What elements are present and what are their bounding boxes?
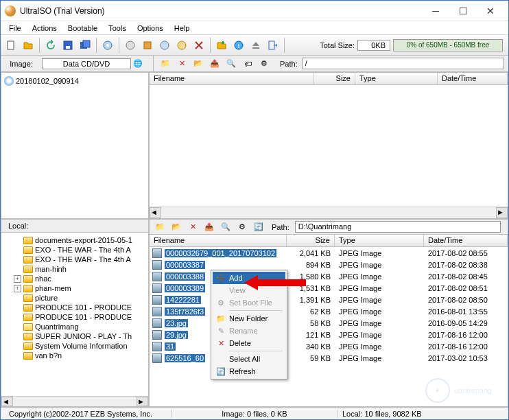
total-size-label: Total Size:: [320, 41, 355, 49]
file-row[interactable]: 135f7826f362 KBJPEG Image2016-08-01 13:5…: [150, 305, 508, 317]
col-filename[interactable]: Filename: [150, 73, 314, 84]
image-root-label: 20180102_090914: [16, 77, 79, 85]
refresh-icon[interactable]: 🔄: [251, 220, 266, 235]
status-copyright: Copyright (c)2002-2017 EZB Systems, Inc.: [5, 410, 171, 418]
col-size[interactable]: Size: [287, 235, 335, 246]
delete-icon: ✕: [215, 338, 226, 349]
file-size: 58 KB: [287, 319, 335, 327]
menu-options[interactable]: Options: [132, 23, 169, 34]
file-row[interactable]: 23.jpg58 KBJPEG Image2016-09-05 14:29: [150, 317, 508, 329]
up-icon[interactable]: 📁: [152, 220, 167, 235]
newfolder-icon[interactable]: 📁: [158, 56, 173, 71]
compress-icon[interactable]: [140, 38, 155, 53]
prop-icon[interactable]: 🔍: [224, 56, 239, 71]
file-name: 31: [165, 342, 176, 351]
tree-item[interactable]: PRODUCE 101 - PRODUCE: [4, 312, 145, 322]
jpeg-icon: [152, 307, 162, 316]
convert-icon[interactable]: [174, 38, 189, 53]
add-icon[interactable]: 📂: [191, 56, 206, 71]
menubar: File Actions Bootable Tools Options Help: [1, 21, 508, 35]
file-size: 121 KB: [287, 331, 335, 339]
file-row[interactable]: 0000033881,580 KBJPEG Image2017-08-02 08…: [150, 270, 508, 282]
file-date: 2017-08-02 08:50: [424, 296, 508, 304]
minimize-button[interactable]: ─: [422, 1, 449, 21]
menu-help[interactable]: Help: [169, 23, 196, 34]
ctx-selectall[interactable]: Select All: [213, 353, 285, 365]
bot-path-input[interactable]: D:\Quantrimang: [295, 221, 501, 233]
col-size[interactable]: Size: [314, 73, 355, 84]
saveas-icon[interactable]: [78, 38, 93, 53]
file-row[interactable]: 625516_6059 KBJPEG Image2017-03-02 10:53: [150, 352, 508, 364]
extract-icon[interactable]: 📤: [207, 56, 222, 71]
col-filename[interactable]: Filename: [150, 235, 287, 246]
local-tree[interactable]: documents-export-2015-05-1EXO - THE WAR …: [1, 233, 148, 396]
tree-item[interactable]: documents-export-2015-05-1: [4, 235, 145, 245]
tree-item[interactable]: Quantrimang: [4, 322, 145, 331]
tree-item[interactable]: System Volume Information: [4, 341, 145, 351]
gear-icon[interactable]: ⚙: [257, 56, 272, 71]
exit-icon[interactable]: [265, 38, 281, 53]
file-row[interactable]: 000003387894 KBJPEG Image2017-08-02 08:3…: [150, 259, 508, 270]
menu-actions[interactable]: Actions: [27, 23, 62, 34]
menu-bootable[interactable]: Bootable: [62, 23, 103, 34]
delete-icon[interactable]: ✕: [174, 56, 189, 71]
new-icon[interactable]: [3, 38, 19, 53]
addfiles-icon[interactable]: [214, 38, 229, 53]
total-size: Total Size: 0KB 0% of 650MB - 650MB free: [320, 39, 506, 51]
file-row[interactable]: 142222811,391 KBJPEG Image2017-08-02 08:…: [150, 294, 508, 305]
eject-icon[interactable]: [248, 38, 263, 53]
col-date[interactable]: Date/Time: [424, 235, 508, 246]
file-type: JPEG Image: [335, 249, 424, 257]
tree-item[interactable]: +phan-mem: [4, 283, 145, 293]
image-type[interactable]: Data CD/DVD: [42, 58, 131, 69]
label-icon[interactable]: 🏷: [240, 56, 255, 71]
jpeg-icon: [152, 260, 162, 270]
tree-item[interactable]: EXO - THE WAR - The 4th A: [4, 245, 145, 255]
file-row[interactable]: 29.jpg121 KBJPEG Image2017-08-16 12:00: [150, 329, 508, 340]
tree-item[interactable]: PRODUCE 101 - PRODUCE: [4, 303, 145, 312]
tree-item-label: SUPER JUNIOR - PLAY - Th: [35, 332, 132, 340]
tree-item[interactable]: EXO - THE WAR - The 4th A: [4, 255, 145, 264]
file-row[interactable]: 31340 KBJPEG Image2017-08-16 12:00: [150, 340, 508, 352]
tree-item[interactable]: man-hinh: [4, 264, 145, 274]
hscroll[interactable]: ◄►: [1, 396, 148, 406]
top-path-label: Path:: [276, 60, 302, 68]
open-icon[interactable]: [21, 38, 36, 53]
image-media-icon[interactable]: 🌐: [131, 59, 145, 68]
svg-rect-0: [8, 41, 14, 49]
ctx-refresh[interactable]: 🔄Refresh: [213, 365, 285, 377]
ctx-delete[interactable]: ✕Delete: [213, 337, 285, 349]
save-icon[interactable]: [60, 38, 75, 53]
file-name: 23.jpg: [165, 319, 188, 327]
menu-file[interactable]: File: [3, 23, 27, 34]
hscroll[interactable]: ◄►: [150, 207, 508, 218]
image-root-node[interactable]: 20180102_090914: [4, 75, 145, 86]
tree-item[interactable]: SUPER JUNIOR - PLAY - Th: [4, 331, 145, 341]
tree-item[interactable]: picture: [4, 293, 145, 303]
delete-icon[interactable]: ✕: [185, 220, 200, 235]
tree-item[interactable]: van b?n: [4, 351, 145, 360]
col-type[interactable]: Type: [355, 73, 438, 84]
col-type[interactable]: Type: [335, 235, 424, 246]
top-path-input[interactable]: /: [302, 58, 504, 69]
ctx-newfolder[interactable]: 📁New Folder: [213, 312, 285, 325]
file-row[interactable]: 0000033891,531 KBJPEG Image2017-08-02 08…: [150, 282, 508, 294]
mount-icon[interactable]: [123, 38, 138, 53]
file-name: 000003388: [165, 272, 205, 281]
col-date[interactable]: Date/Time: [438, 73, 508, 84]
reload-icon[interactable]: [43, 38, 58, 53]
maximize-button[interactable]: ☐: [449, 1, 477, 21]
file-row[interactable]: 0000032679_001_201707031022,041 KBJPEG I…: [150, 247, 508, 259]
gear-icon[interactable]: ⚙: [235, 220, 250, 235]
close-button[interactable]: ✕: [477, 1, 504, 21]
tools-icon[interactable]: [191, 38, 206, 53]
burn-icon[interactable]: [100, 38, 115, 53]
extract-icon[interactable]: 📤: [202, 220, 217, 235]
view-icon[interactable]: 🔍: [218, 220, 233, 235]
checksum-icon[interactable]: [157, 38, 172, 53]
image-file-list[interactable]: [150, 85, 508, 207]
menu-tools[interactable]: Tools: [103, 23, 132, 34]
info-icon[interactable]: i: [231, 38, 246, 53]
newfolder-icon[interactable]: 📂: [169, 220, 184, 235]
tree-item[interactable]: +nhac: [4, 274, 145, 283]
